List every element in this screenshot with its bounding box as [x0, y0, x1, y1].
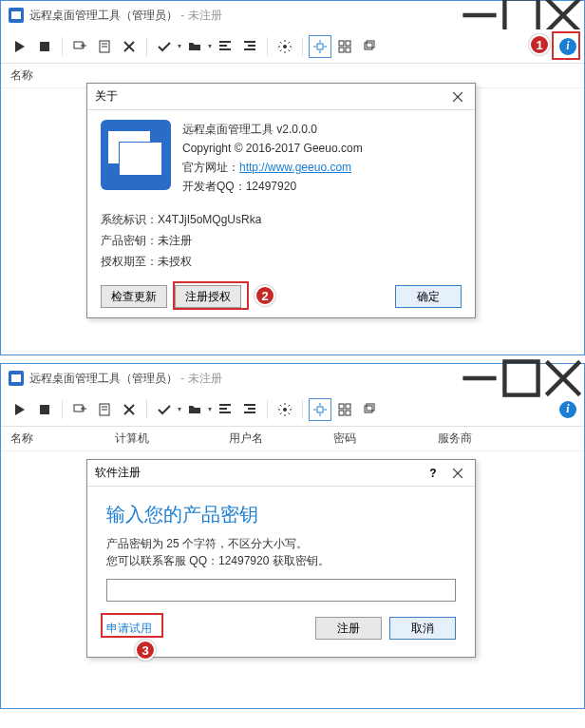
reg-text: 产品密钥为 25 个字符，不区分大小写。 您可以联系客服 QQ：12497920…: [106, 535, 456, 569]
info-button[interactable]: i: [559, 38, 576, 55]
reg-help-button[interactable]: ?: [424, 464, 443, 483]
titlebar: 远程桌面管理工具（管理员） - 未注册: [1, 364, 584, 393]
stop-icon[interactable]: [33, 398, 56, 421]
align-left-icon[interactable]: [214, 398, 236, 421]
edit-icon[interactable]: [93, 35, 116, 58]
svg-rect-55: [317, 407, 323, 412]
align-left-icon[interactable]: [214, 35, 236, 58]
svg-point-54: [283, 408, 287, 412]
grid-icon[interactable]: [333, 35, 356, 58]
delete-icon[interactable]: [118, 35, 141, 58]
align-right-icon[interactable]: [238, 398, 261, 421]
register-button[interactable]: 注册: [315, 617, 382, 640]
about-logo-icon: [101, 120, 171, 190]
marker-3: 3: [135, 640, 156, 661]
window-title: 远程桌面管理工具（管理员） - 未注册: [29, 371, 222, 387]
svg-point-20: [283, 45, 287, 48]
cancel-button[interactable]: 取消: [389, 617, 456, 640]
svg-rect-29: [346, 48, 350, 52]
check-update-button[interactable]: 检查更新: [101, 285, 167, 308]
stop-icon[interactable]: [33, 35, 56, 58]
add-monitor-icon[interactable]: [68, 35, 91, 58]
svg-rect-26: [339, 41, 344, 46]
reg-close-button[interactable]: [448, 464, 467, 483]
svg-rect-35: [504, 361, 538, 394]
svg-rect-63: [346, 411, 350, 415]
col-provider: 服务商: [438, 431, 533, 447]
reg-title: 软件注册: [95, 465, 141, 481]
dev-qq: 开发者QQ：12497920: [182, 177, 363, 196]
marker-1: 1: [529, 34, 550, 55]
close-button[interactable]: [542, 1, 584, 29]
main-window-1: 远程桌面管理工具（管理员） - 未注册 ▾ ▾ i 1 名称: [0, 0, 585, 355]
website-label: 官方网址：: [182, 161, 239, 174]
settings-icon[interactable]: [274, 398, 296, 421]
col-user: 用户名: [229, 431, 333, 447]
svg-rect-62: [339, 411, 344, 415]
svg-rect-1: [504, 0, 538, 32]
about-dialog: 关于 远程桌面管理工具 v2.0.0.0 Copyright © 2016-20…: [86, 83, 476, 318]
fullscreen-icon[interactable]: [309, 35, 331, 58]
ok-button[interactable]: 确定: [395, 285, 462, 308]
register-dialog: 软件注册 ? 输入您的产品密钥 产品密钥为 25 个字符，不区分大小写。 您可以…: [86, 459, 476, 658]
about-title: 关于: [95, 88, 118, 105]
minimize-button[interactable]: [459, 364, 500, 393]
product-key-input[interactable]: [106, 579, 456, 602]
trial-link[interactable]: 申请试用: [106, 621, 152, 637]
about-close-button[interactable]: [448, 87, 467, 106]
svg-rect-64: [365, 406, 372, 412]
window-title: 远程桌面管理工具（管理员） - 未注册: [29, 8, 222, 24]
col-name: 名称: [10, 67, 96, 84]
info-icon: i: [559, 38, 576, 55]
svg-marker-38: [15, 404, 25, 415]
content-area: 软件注册 ? 输入您的产品密钥 产品密钥为 25 个字符，不区分大小写。 您可以…: [1, 451, 584, 708]
product-name: 远程桌面管理工具 v2.0.0.0: [182, 120, 363, 139]
folder-icon[interactable]: [183, 35, 206, 58]
svg-rect-28: [339, 48, 344, 52]
svg-rect-5: [40, 42, 49, 51]
column-headers: 名称 计算机 用户名 密码 服务商: [1, 427, 584, 451]
svg-rect-27: [346, 41, 350, 46]
svg-rect-39: [40, 405, 49, 414]
fullscreen-icon[interactable]: [309, 398, 331, 421]
edit-icon[interactable]: [93, 398, 116, 421]
toolbar: ▾ ▾ i 1: [1, 29, 584, 64]
close-button[interactable]: [542, 364, 584, 393]
maximize-button[interactable]: [500, 1, 542, 29]
about-info: 远程桌面管理工具 v2.0.0.0 Copyright © 2016-2017 …: [182, 120, 363, 196]
svg-rect-31: [367, 41, 374, 48]
windows-icon[interactable]: [358, 35, 381, 58]
check-icon[interactable]: [153, 398, 176, 421]
windows-icon[interactable]: [358, 398, 381, 421]
main-window-2: 远程桌面管理工具（管理员） - 未注册 ▾ ▾ i 名称 计算机 用户名 密码 …: [0, 363, 585, 709]
titlebar: 远程桌面管理工具（管理员） - 未注册: [1, 1, 584, 29]
svg-marker-4: [15, 41, 25, 52]
info-button[interactable]: i: [559, 401, 576, 418]
align-right-icon[interactable]: [238, 35, 261, 58]
check-icon[interactable]: [153, 35, 176, 58]
settings-icon[interactable]: [274, 35, 296, 58]
minimize-button[interactable]: [459, 1, 500, 29]
play-icon[interactable]: [9, 35, 31, 58]
register-license-button[interactable]: 注册授权: [175, 285, 241, 308]
add-monitor-icon[interactable]: [68, 398, 91, 421]
svg-rect-30: [365, 43, 372, 49]
reg-heading: 输入您的产品密钥: [106, 502, 456, 527]
grid-icon[interactable]: [333, 398, 356, 421]
website-link[interactable]: http://www.geeuo.com: [239, 161, 351, 174]
content-area: 关于 远程桌面管理工具 v2.0.0.0 Copyright © 2016-20…: [1, 88, 584, 354]
col-name: 名称: [10, 431, 115, 447]
svg-rect-60: [339, 404, 344, 409]
col-pass: 密码: [333, 431, 438, 447]
svg-rect-61: [346, 404, 350, 409]
play-icon[interactable]: [9, 398, 31, 421]
info-icon: i: [559, 401, 576, 418]
delete-icon[interactable]: [118, 398, 141, 421]
about-titlebar: 关于: [87, 84, 475, 110]
svg-rect-65: [367, 404, 374, 411]
copyright: Copyright © 2016-2017 Geeuo.com: [182, 139, 363, 158]
folder-icon[interactable]: [183, 398, 206, 421]
maximize-button[interactable]: [500, 364, 542, 393]
col-computer: 计算机: [115, 431, 229, 447]
marker-2: 2: [255, 285, 275, 306]
